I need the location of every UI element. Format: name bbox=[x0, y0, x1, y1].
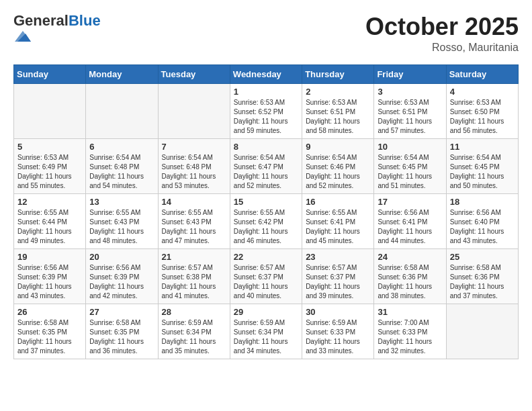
calendar-cell: 12Sunrise: 6:55 AM Sunset: 6:44 PM Dayli… bbox=[14, 193, 86, 248]
day-info: Sunrise: 6:56 AM Sunset: 6:39 PM Dayligh… bbox=[89, 263, 154, 301]
calendar-cell bbox=[14, 83, 86, 138]
day-info: Sunrise: 6:58 AM Sunset: 6:36 PM Dayligh… bbox=[450, 263, 515, 301]
calendar-cell: 26Sunrise: 6:58 AM Sunset: 6:35 PM Dayli… bbox=[14, 304, 86, 359]
day-number: 18 bbox=[450, 197, 515, 207]
day-info: Sunrise: 6:56 AM Sunset: 6:39 PM Dayligh… bbox=[17, 263, 82, 301]
weekday-header-thursday: Thursday bbox=[302, 64, 374, 83]
month-title: October 2025 bbox=[365, 13, 519, 40]
calendar-cell: 17Sunrise: 6:56 AM Sunset: 6:41 PM Dayli… bbox=[374, 193, 446, 248]
day-number: 3 bbox=[378, 87, 442, 97]
day-info: Sunrise: 6:56 AM Sunset: 6:41 PM Dayligh… bbox=[378, 208, 442, 246]
calendar-cell: 20Sunrise: 6:56 AM Sunset: 6:39 PM Dayli… bbox=[86, 248, 158, 304]
calendar-cell: 3Sunrise: 6:53 AM Sunset: 6:51 PM Daylig… bbox=[374, 83, 446, 138]
week-row-0: 1Sunrise: 6:53 AM Sunset: 6:52 PM Daylig… bbox=[14, 83, 519, 138]
day-info: Sunrise: 6:53 AM Sunset: 6:49 PM Dayligh… bbox=[17, 153, 82, 191]
weekday-header-tuesday: Tuesday bbox=[158, 64, 230, 83]
day-info: Sunrise: 6:57 AM Sunset: 6:37 PM Dayligh… bbox=[234, 263, 298, 301]
calendar-cell: 16Sunrise: 6:55 AM Sunset: 6:41 PM Dayli… bbox=[302, 193, 374, 248]
day-info: Sunrise: 6:59 AM Sunset: 6:33 PM Dayligh… bbox=[306, 318, 370, 356]
day-number: 7 bbox=[162, 142, 226, 152]
day-number: 24 bbox=[378, 252, 442, 262]
day-number: 26 bbox=[17, 307, 82, 317]
day-number: 21 bbox=[162, 252, 226, 262]
calendar-cell: 31Sunrise: 7:00 AM Sunset: 6:33 PM Dayli… bbox=[374, 304, 446, 359]
day-number: 1 bbox=[234, 87, 298, 97]
title-block: October 2025 Rosso, Mauritania bbox=[365, 13, 519, 54]
day-number: 13 bbox=[89, 197, 154, 207]
day-number: 11 bbox=[450, 142, 515, 152]
calendar-cell: 13Sunrise: 6:55 AM Sunset: 6:43 PM Dayli… bbox=[86, 193, 158, 248]
calendar-cell bbox=[158, 83, 230, 138]
calendar-cell: 15Sunrise: 6:55 AM Sunset: 6:42 PM Dayli… bbox=[230, 193, 302, 248]
day-info: Sunrise: 6:59 AM Sunset: 6:34 PM Dayligh… bbox=[162, 318, 226, 356]
weekday-header-saturday: Saturday bbox=[446, 64, 518, 83]
day-info: Sunrise: 6:55 AM Sunset: 6:44 PM Dayligh… bbox=[17, 208, 82, 246]
page: GeneralBlue October 2025 Rosso, Mauritan… bbox=[0, 0, 532, 366]
calendar-cell: 29Sunrise: 6:59 AM Sunset: 6:34 PM Dayli… bbox=[230, 304, 302, 359]
location: Rosso, Mauritania bbox=[365, 42, 519, 54]
weekday-header-wednesday: Wednesday bbox=[230, 64, 302, 83]
calendar-cell: 22Sunrise: 6:57 AM Sunset: 6:37 PM Dayli… bbox=[230, 248, 302, 304]
calendar-cell: 19Sunrise: 6:56 AM Sunset: 6:39 PM Dayli… bbox=[14, 248, 86, 304]
calendar-cell: 30Sunrise: 6:59 AM Sunset: 6:33 PM Dayli… bbox=[302, 304, 374, 359]
day-number: 22 bbox=[234, 252, 298, 262]
week-row-2: 12Sunrise: 6:55 AM Sunset: 6:44 PM Dayli… bbox=[14, 193, 519, 248]
calendar-cell: 28Sunrise: 6:59 AM Sunset: 6:34 PM Dayli… bbox=[158, 304, 230, 359]
calendar-cell: 8Sunrise: 6:54 AM Sunset: 6:47 PM Daylig… bbox=[230, 138, 302, 193]
day-info: Sunrise: 6:56 AM Sunset: 6:40 PM Dayligh… bbox=[450, 208, 515, 246]
day-number: 19 bbox=[17, 252, 82, 262]
day-info: Sunrise: 6:58 AM Sunset: 6:35 PM Dayligh… bbox=[89, 318, 154, 356]
day-number: 5 bbox=[17, 142, 82, 152]
day-number: 8 bbox=[234, 142, 298, 152]
logo-icon bbox=[15, 28, 31, 44]
day-number: 15 bbox=[234, 197, 298, 207]
day-number: 27 bbox=[89, 307, 154, 317]
day-number: 16 bbox=[306, 197, 370, 207]
day-info: Sunrise: 6:54 AM Sunset: 6:46 PM Dayligh… bbox=[306, 153, 370, 191]
day-info: Sunrise: 7:00 AM Sunset: 6:33 PM Dayligh… bbox=[378, 318, 442, 356]
day-number: 12 bbox=[17, 197, 82, 207]
day-number: 23 bbox=[306, 252, 370, 262]
day-number: 31 bbox=[378, 307, 442, 317]
day-info: Sunrise: 6:57 AM Sunset: 6:37 PM Dayligh… bbox=[306, 263, 370, 301]
calendar-cell bbox=[446, 304, 518, 359]
week-row-4: 26Sunrise: 6:58 AM Sunset: 6:35 PM Dayli… bbox=[14, 304, 519, 359]
day-info: Sunrise: 6:58 AM Sunset: 6:36 PM Dayligh… bbox=[378, 263, 442, 301]
day-info: Sunrise: 6:54 AM Sunset: 6:48 PM Dayligh… bbox=[162, 153, 226, 191]
logo-text: GeneralBlue bbox=[13, 13, 101, 28]
calendar-cell bbox=[86, 83, 158, 138]
calendar-cell: 5Sunrise: 6:53 AM Sunset: 6:49 PM Daylig… bbox=[14, 138, 86, 193]
day-info: Sunrise: 6:58 AM Sunset: 6:35 PM Dayligh… bbox=[17, 318, 82, 356]
week-row-3: 19Sunrise: 6:56 AM Sunset: 6:39 PM Dayli… bbox=[14, 248, 519, 304]
calendar-cell: 4Sunrise: 6:53 AM Sunset: 6:50 PM Daylig… bbox=[446, 83, 518, 138]
calendar: SundayMondayTuesdayWednesdayThursdayFrid… bbox=[13, 64, 519, 359]
day-info: Sunrise: 6:53 AM Sunset: 6:51 PM Dayligh… bbox=[306, 98, 370, 136]
calendar-cell: 18Sunrise: 6:56 AM Sunset: 6:40 PM Dayli… bbox=[446, 193, 518, 248]
calendar-cell: 24Sunrise: 6:58 AM Sunset: 6:36 PM Dayli… bbox=[374, 248, 446, 304]
calendar-cell: 23Sunrise: 6:57 AM Sunset: 6:37 PM Dayli… bbox=[302, 248, 374, 304]
day-info: Sunrise: 6:54 AM Sunset: 6:48 PM Dayligh… bbox=[89, 153, 154, 191]
header: GeneralBlue October 2025 Rosso, Mauritan… bbox=[13, 13, 519, 54]
day-info: Sunrise: 6:55 AM Sunset: 6:42 PM Dayligh… bbox=[234, 208, 298, 246]
calendar-cell: 14Sunrise: 6:55 AM Sunset: 6:43 PM Dayli… bbox=[158, 193, 230, 248]
weekday-header-row: SundayMondayTuesdayWednesdayThursdayFrid… bbox=[14, 64, 519, 83]
weekday-header-monday: Monday bbox=[86, 64, 158, 83]
day-info: Sunrise: 6:53 AM Sunset: 6:50 PM Dayligh… bbox=[450, 98, 515, 136]
day-number: 6 bbox=[89, 142, 154, 152]
day-info: Sunrise: 6:55 AM Sunset: 6:43 PM Dayligh… bbox=[89, 208, 154, 246]
day-number: 30 bbox=[306, 307, 370, 317]
calendar-cell: 25Sunrise: 6:58 AM Sunset: 6:36 PM Dayli… bbox=[446, 248, 518, 304]
day-info: Sunrise: 6:53 AM Sunset: 6:51 PM Dayligh… bbox=[378, 98, 442, 136]
day-info: Sunrise: 6:57 AM Sunset: 6:38 PM Dayligh… bbox=[162, 263, 226, 301]
day-number: 14 bbox=[162, 197, 226, 207]
day-number: 2 bbox=[306, 87, 370, 97]
calendar-cell: 7Sunrise: 6:54 AM Sunset: 6:48 PM Daylig… bbox=[158, 138, 230, 193]
logo: GeneralBlue bbox=[13, 13, 101, 47]
day-info: Sunrise: 6:55 AM Sunset: 6:41 PM Dayligh… bbox=[306, 208, 370, 246]
calendar-cell: 2Sunrise: 6:53 AM Sunset: 6:51 PM Daylig… bbox=[302, 83, 374, 138]
day-number: 20 bbox=[89, 252, 154, 262]
day-number: 10 bbox=[378, 142, 442, 152]
calendar-cell: 11Sunrise: 6:54 AM Sunset: 6:45 PM Dayli… bbox=[446, 138, 518, 193]
day-number: 28 bbox=[162, 307, 226, 317]
calendar-cell: 1Sunrise: 6:53 AM Sunset: 6:52 PM Daylig… bbox=[230, 83, 302, 138]
